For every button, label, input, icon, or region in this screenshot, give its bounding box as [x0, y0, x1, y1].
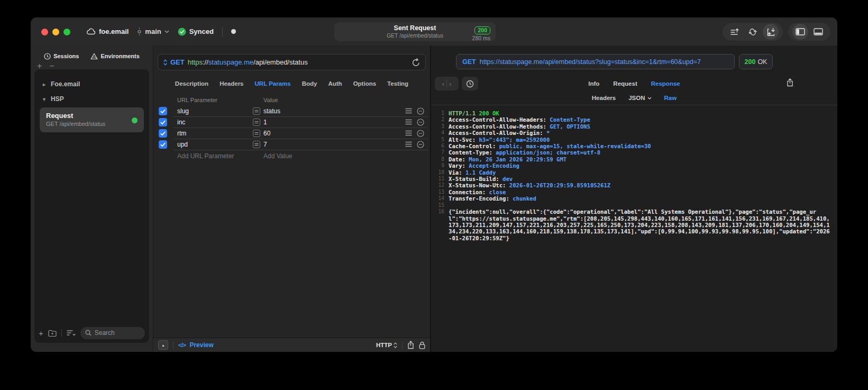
minimize-window-button[interactable] — [52, 29, 59, 35]
add-url-parameter-field[interactable]: Add URL Parameter — [177, 152, 234, 160]
param-enabled-checkbox[interactable] — [159, 140, 167, 149]
tab-sessions[interactable]: Sessions — [44, 53, 79, 60]
response-subtab-raw[interactable]: Raw — [664, 95, 677, 101]
line-number: 3 — [435, 123, 444, 130]
response-subtab-json[interactable]: JSON — [628, 95, 651, 101]
tree-item-foe-email[interactable]: ▸ Foe.email — [39, 77, 145, 92]
tab-environments[interactable]: Environments — [90, 53, 139, 60]
param-enabled-checkbox[interactable] — [159, 107, 167, 115]
equals-icon — [253, 130, 260, 137]
environments-icon — [90, 53, 98, 60]
tree-item-label: HSP — [51, 95, 64, 103]
remove-session-button[interactable]: − — [49, 61, 54, 71]
request-list-item-selected[interactable]: Request GET /api/embed/status — [40, 107, 144, 132]
param-options-button[interactable] — [405, 130, 412, 136]
history-button[interactable] — [462, 77, 478, 90]
param-name-input[interactable]: upd — [177, 139, 188, 150]
param-options-button[interactable] — [405, 119, 412, 125]
sort-filter-button[interactable] — [67, 330, 76, 336]
tree-item-hsp[interactable]: ▾ HSP — [39, 92, 145, 106]
line-number: 12 — [435, 182, 444, 188]
response-tab-info[interactable]: Info — [588, 80, 599, 87]
status-badge: 200 — [474, 26, 490, 34]
sessions-panel: ▸ Foe.email ▾ HSP Request GET /api/embed… — [34, 69, 150, 343]
param-value-input[interactable]: 7 — [263, 139, 267, 150]
import-export-icon — [766, 28, 775, 37]
sync-branches-button[interactable] — [745, 24, 761, 40]
param-enabled-checkbox[interactable] — [159, 129, 167, 138]
editor-tab-testing[interactable]: Testing — [387, 80, 408, 87]
remove-param-button[interactable] — [417, 107, 424, 115]
activity-pill[interactable]: Sent Request GET /api/embed/status 200 2… — [334, 22, 496, 41]
toggle-sidebar-button[interactable] — [792, 24, 808, 40]
sent-request-url-box[interactable]: GET https://statuspage.me/api/embed/stat… — [456, 54, 735, 69]
forward-button[interactable]: › — [449, 80, 451, 88]
import-export-button[interactable] — [763, 24, 779, 40]
editor-tabs: DescriptionHeadersURL ParamsBodyAuthOpti… — [153, 76, 430, 91]
response-tab-response[interactable]: Response — [651, 80, 680, 87]
lock-icon[interactable] — [419, 341, 425, 349]
param-options-button[interactable] — [405, 108, 412, 114]
branch-name: main — [145, 28, 161, 35]
remove-param-button[interactable] — [417, 130, 424, 137]
sync-status[interactable]: Synced — [178, 28, 214, 36]
protocol-selector[interactable]: HTTP — [376, 342, 397, 348]
close-window-button[interactable] — [41, 29, 48, 35]
param-enabled-checkbox[interactable] — [159, 118, 167, 126]
param-name-input[interactable]: slug — [177, 106, 189, 117]
search-placeholder: Search — [95, 329, 115, 337]
project-name: foe.email — [99, 28, 129, 35]
editor-tab-headers[interactable]: Headers — [220, 80, 243, 87]
response-tab-request[interactable]: Request — [613, 80, 637, 87]
export-response-button[interactable] — [787, 78, 793, 87]
project-switcher[interactable]: foe.email — [86, 28, 129, 35]
response-line: 5Alt-Svc: h3=":443"; ma=2592000 — [435, 137, 831, 143]
method-label[interactable]: GET — [170, 58, 185, 66]
param-value-input[interactable]: 1 — [263, 117, 267, 128]
cloud-icon — [86, 28, 96, 35]
response-subtabs: HeadersJSONRaw — [431, 91, 837, 105]
response-tabs: InfoRequestResponse — [431, 76, 837, 91]
add-value-field[interactable]: Add Value — [263, 152, 293, 160]
send-refresh-button[interactable] — [412, 58, 420, 67]
chevron-down-icon — [165, 30, 169, 33]
remove-param-button[interactable] — [417, 141, 424, 148]
editor-tab-description[interactable]: Description — [175, 80, 208, 87]
column-header-parameter: URL Parameter — [177, 97, 217, 103]
new-folder-button[interactable] — [48, 330, 57, 337]
param-value-input[interactable]: 60 — [263, 128, 270, 139]
toggle-bottom-panel-button[interactable] — [810, 24, 826, 40]
branch-selector[interactable]: main — [137, 28, 169, 36]
column-header-value: Value — [263, 97, 278, 103]
response-subtab-headers[interactable]: Headers — [592, 95, 616, 101]
request-url[interactable]: https://statuspage.me/api/embed/status — [188, 58, 308, 66]
share-button[interactable] — [407, 341, 414, 349]
toolbar-group-layout — [788, 23, 830, 41]
remove-param-button[interactable] — [417, 119, 424, 126]
param-name-input[interactable]: rtm — [177, 128, 186, 139]
editor-tab-body[interactable]: Body — [302, 80, 317, 87]
traffic-lights — [41, 29, 70, 35]
back-button[interactable]: ‹ — [442, 80, 444, 88]
environment-list-button[interactable] — [727, 24, 743, 40]
editor-tab-options[interactable]: Options — [353, 80, 376, 87]
request-url-bar[interactable]: GET https://statuspage.me/api/embed/stat… — [158, 54, 426, 70]
editor-tab-auth[interactable]: Auth — [328, 80, 342, 87]
collapse-panel-button[interactable]: ▲ — [158, 340, 168, 350]
add-request-button[interactable]: + — [39, 329, 43, 337]
merge-loop-icon — [748, 28, 757, 36]
unsaved-indicator-dot — [231, 29, 236, 34]
param-options-button[interactable] — [405, 141, 412, 147]
preview-toggle[interactable]: </> Preview — [178, 341, 214, 349]
line-text: Via: 1.1 Caddy — [449, 169, 831, 176]
add-session-button[interactable]: + — [37, 61, 42, 71]
sidebar-search-input[interactable]: Search — [80, 327, 145, 339]
editor-tab-url-params[interactable]: URL Params — [255, 80, 291, 87]
response-nav-row: ‹ › InfoRequestResponse — [431, 76, 837, 91]
param-name-input[interactable]: inc — [177, 117, 185, 128]
zoom-window-button[interactable] — [63, 29, 70, 35]
request-editor-panel: GET https://statuspage.me/api/embed/stat… — [153, 46, 431, 352]
param-value-input[interactable]: status — [263, 106, 280, 117]
line-number: 7 — [435, 149, 444, 156]
url-params-table: URL Parameter Value slug status inc 1 — [153, 95, 430, 161]
